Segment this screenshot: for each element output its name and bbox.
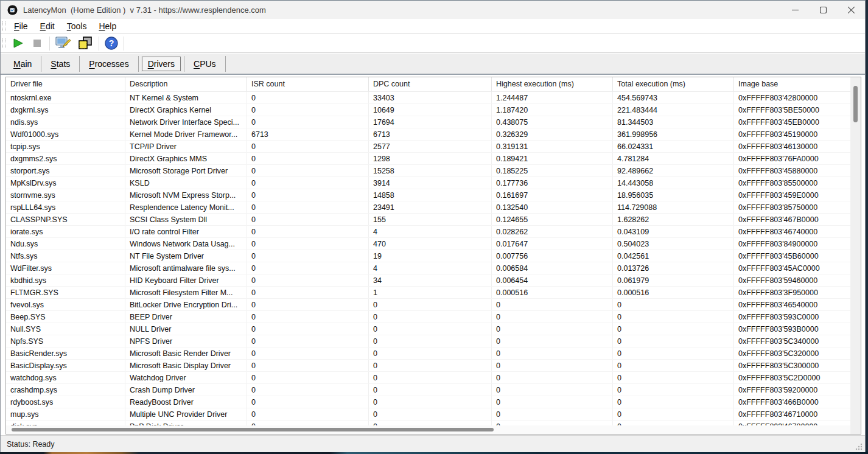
cell-image-base: 0xFFFFF803'45AC0000 — [734, 262, 850, 274]
cell-total-execution: 1.628262 — [613, 214, 734, 225]
column-header-highest-execution[interactable]: Highest execution (ms) — [492, 77, 613, 91]
cell-highest-execution: 0 — [492, 421, 613, 425]
cell-image-base: 0xFFFFF803'5BE50000 — [734, 104, 850, 116]
cell-image-base: 0xFFFFF803'5C320000 — [734, 347, 850, 359]
help-button[interactable]: ? — [102, 35, 121, 52]
cell-dpc-count: 0 — [369, 384, 492, 396]
tab-stats[interactable]: Stats — [43, 56, 78, 72]
table-row[interactable]: dxgkrnl.sys DirectX Graphics Kernel 0 10… — [6, 104, 850, 116]
maximize-button[interactable] — [809, 1, 837, 19]
column-header-isr-count[interactable]: ISR count — [247, 77, 369, 91]
minimize-button[interactable] — [781, 1, 809, 19]
cell-highest-execution: 0.438075 — [492, 116, 613, 128]
table-row[interactable]: watchdog.sys Watchdog Driver 0 0 0 0 0xF… — [6, 372, 850, 384]
menu-item-edit[interactable]: Edit — [34, 20, 61, 32]
cell-dpc-count: 0 — [369, 408, 492, 420]
horizontal-scrollbar[interactable] — [6, 425, 850, 434]
column-header-description[interactable]: Description — [125, 77, 247, 91]
cell-isr-count: 0 — [247, 238, 369, 250]
table-row[interactable]: dxgmms2.sys DirectX Graphics MMS 0 1298 … — [6, 153, 850, 165]
table-row[interactable]: ndis.sys Network Driver Interface Speci.… — [6, 116, 850, 128]
table-row[interactable]: rspLLL64.sys Resplendence Latency Monit.… — [6, 201, 850, 214]
table-row[interactable]: fvevol.sys BitLocker Drive Encryption Dr… — [6, 299, 850, 311]
vertical-scrollbar-thumb[interactable] — [853, 86, 858, 122]
tab-bar: MainStatsProcessesDriversCPUs — [1, 54, 865, 75]
table-row[interactable]: rdyboost.sys ReadyBoost Driver 0 0 0 0 0… — [6, 396, 850, 408]
cell-isr-count: 0 — [247, 323, 369, 335]
cell-total-execution: 114.729088 — [613, 201, 734, 213]
cell-driver-file: fvevol.sys — [6, 299, 125, 310]
tab-drivers[interactable]: Drivers — [142, 57, 181, 71]
resize-grip-icon[interactable] — [855, 442, 863, 451]
table-row[interactable]: Ndu.sys Windows Network Data Usag... 0 4… — [6, 238, 850, 250]
app-icon[interactable] — [7, 5, 18, 15]
table-row[interactable]: WdFilter.sys Microsoft antimalware file … — [6, 262, 850, 274]
table-row[interactable]: ntoskrnl.exe NT Kernel & System 0 33403 … — [6, 92, 850, 104]
table-row[interactable]: Null.SYS NULL Driver 0 0 0 0 0xFFFFF803'… — [6, 323, 850, 335]
table-row[interactable]: FLTMGR.SYS Microsoft Filesystem Filter M… — [6, 287, 850, 299]
options-button[interactable] — [52, 35, 74, 52]
cell-highest-execution: 0.161697 — [492, 189, 613, 201]
cell-highest-execution: 0 — [492, 299, 613, 310]
menu-item-tools[interactable]: Tools — [61, 20, 93, 32]
cell-driver-file: crashdmp.sys — [6, 384, 125, 396]
cell-driver-file: tcpip.sys — [6, 141, 125, 152]
table-row[interactable]: CLASSPNP.SYS SCSI Class System Dll 0 155… — [6, 214, 850, 226]
horizontal-scrollbar-thumb[interactable] — [12, 428, 494, 431]
start-monitor-button[interactable] — [8, 35, 27, 52]
cell-highest-execution: 0.006584 — [492, 262, 613, 274]
menu-item-help[interactable]: Help — [93, 20, 122, 32]
column-header-image-base[interactable]: Image base — [734, 77, 861, 91]
in-depth-tests-button[interactable] — [74, 35, 96, 52]
table-row[interactable]: crashdmp.sys Crash Dump Driver 0 0 0 0 0… — [6, 384, 850, 396]
cell-dpc-count: 0 — [369, 360, 492, 371]
table-row[interactable]: storport.sys Microsoft Storage Port Driv… — [6, 165, 850, 177]
cell-driver-file: mup.sys — [6, 408, 125, 420]
cell-description: ReadyBoost Driver — [125, 396, 247, 408]
cell-description: DirectX Graphics MMS — [125, 153, 247, 164]
table-row[interactable]: iorate.sys I/O rate control Filter 0 4 0… — [6, 226, 850, 238]
table-row[interactable]: BasicRender.sys Microsoft Basic Render D… — [6, 347, 850, 360]
column-header-driver-file[interactable]: Driver file — [6, 77, 125, 91]
menubar-gripper[interactable] — [2, 21, 5, 31]
table-row[interactable]: MpKslDrv.sys KSLD 0 3914 0.177736 14.443… — [6, 177, 850, 189]
cell-total-execution: 0 — [613, 323, 734, 335]
table-row[interactable]: Npfs.SYS NPFS Driver 0 0 0 0 0xFFFFF803'… — [6, 335, 850, 347]
tab-main[interactable]: Main — [5, 56, 40, 72]
cell-driver-file: BasicRender.sys — [6, 347, 125, 359]
column-header-total-execution[interactable]: Total execution (ms) — [613, 77, 734, 91]
vertical-scrollbar[interactable] — [850, 77, 861, 425]
cell-driver-file: disk.sys — [6, 421, 125, 425]
cell-total-execution: 0 — [613, 421, 734, 425]
table-row[interactable]: BasicDisplay.sys Microsoft Basic Display… — [6, 360, 850, 372]
table-row[interactable]: stornvme.sys Microsoft NVM Express Storp… — [6, 189, 850, 201]
cell-isr-count: 0 — [247, 384, 369, 396]
menu-item-file[interactable]: File — [8, 20, 34, 32]
cell-image-base: 0xFFFFF803'42800000 — [734, 92, 850, 103]
cell-isr-count: 0 — [247, 177, 369, 189]
tab-processes[interactable]: Processes — [81, 56, 136, 72]
toolbar-gripper[interactable] — [2, 38, 5, 48]
close-button[interactable] — [837, 1, 865, 19]
column-header-dpc-count[interactable]: DPC count — [369, 77, 492, 91]
table-row[interactable]: tcpip.sys TCP/IP Driver 0 2577 0.319131 … — [6, 141, 850, 153]
cell-image-base: 0xFFFFF803'45880000 — [734, 165, 850, 176]
table-row[interactable]: Beep.SYS BEEP Driver 0 0 0 0 0xFFFFF803'… — [6, 311, 850, 323]
cell-isr-count: 0 — [247, 372, 369, 383]
tab-cpus[interactable]: CPUs — [186, 56, 224, 72]
cell-highest-execution: 0.326329 — [492, 128, 613, 140]
table-row[interactable]: Wdf01000.sys Kernel Mode Driver Framewor… — [6, 128, 850, 141]
cell-dpc-count: 1 — [369, 287, 492, 298]
stop-monitor-button[interactable] — [27, 35, 47, 52]
table-row[interactable]: disk.sys PnP Disk Driver 0 0 0 0 0xFFFFF… — [6, 421, 850, 425]
table-row[interactable]: Ntfs.sys NT File System Driver 0 19 0.00… — [6, 250, 850, 262]
cell-description: Microsoft Basic Render Driver — [125, 347, 247, 359]
table-row[interactable]: kbdhid.sys HID Keyboard Filter Driver 0 … — [6, 274, 850, 287]
cell-isr-count: 0 — [247, 141, 369, 152]
cell-dpc-count: 0 — [369, 396, 492, 408]
cell-description: SCSI Class System Dll — [125, 214, 247, 225]
cell-description: NPFS Driver — [125, 335, 247, 347]
table-row[interactable]: mup.sys Multiple UNC Provider Driver 0 0… — [6, 408, 850, 421]
cell-image-base: 0xFFFFF803'593B0000 — [734, 323, 850, 335]
cell-driver-file: Ndu.sys — [6, 238, 125, 250]
